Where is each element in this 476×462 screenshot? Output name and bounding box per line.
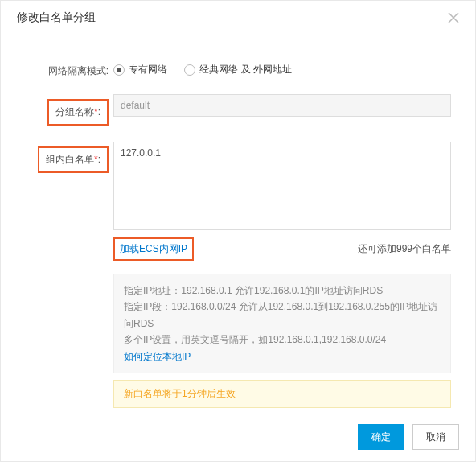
close-icon[interactable] [448,12,459,23]
label-whitelist: 组内白名单*: [38,146,109,173]
whitelist-under-row: 加载ECS内网IP 还可添加999个白名单 [113,237,451,261]
radio-classic[interactable]: 经典网络 及 外网地址 [184,63,292,76]
radio-vpc-label: 专有网络 [129,63,167,76]
label-network-mode: 网络隔离模式: [25,60,113,78]
effective-notice: 新白名单将于1分钟后生效 [113,380,451,408]
label-group-name-col: 分组名称*: [25,94,113,126]
ip-format-info-box: 指定IP地址：192.168.0.1 允许192.168.0.1的IP地址访问R… [113,274,451,373]
radio-vpc[interactable]: 专有网络 [113,63,167,76]
cancel-button[interactable]: 取消 [412,424,459,450]
info-line-3: 多个IP设置，用英文逗号隔开，如192.168.0.1,192.168.0.0/… [124,332,441,348]
radio-circle-icon [184,64,195,76]
dialog-header: 修改白名单分组 [1,1,475,35]
remaining-count-text: 还可添加999个白名单 [358,242,451,256]
row-group-name: 分组名称*: [25,94,451,126]
load-ecs-ip-link[interactable]: 加载ECS内网IP [113,237,194,261]
network-mode-radio-group: 专有网络 经典网络 及 外网地址 [113,60,451,78]
dialog-body: 网络隔离模式: 专有网络 经典网络 及 外网地址 分组名称*: [1,35,475,423]
whitelist-field: 加载ECS内网IP 还可添加999个白名单 指定IP地址：192.168.0.1… [113,142,451,408]
info-line-2: 指定IP段：192.168.0.0/24 允许从192.168.0.1到192.… [124,299,441,332]
group-name-field [113,94,451,117]
radio-circle-icon [113,64,125,76]
dialog-title: 修改白名单分组 [17,10,96,25]
group-name-input [113,94,451,117]
label-group-name: 分组名称*: [47,99,109,126]
label-whitelist-col: 组内白名单*: [25,142,113,173]
locate-local-ip-link[interactable]: 如何定位本地IP [124,349,441,365]
info-line-1: 指定IP地址：192.168.0.1 允许192.168.0.1的IP地址访问R… [124,283,441,299]
whitelist-textarea[interactable] [113,142,451,230]
whitelist-dialog: 修改白名单分组 网络隔离模式: 专有网络 经典网络 及 外网地址 [0,0,476,462]
confirm-button[interactable]: 确定 [358,424,404,450]
row-network-mode: 网络隔离模式: 专有网络 经典网络 及 外网地址 [25,60,451,78]
dialog-footer: 确定 取消 [1,413,475,461]
row-whitelist: 组内白名单*: 加载ECS内网IP 还可添加999个白名单 指定IP地址：192… [25,142,451,408]
radio-classic-label: 经典网络 及 外网地址 [199,63,292,76]
